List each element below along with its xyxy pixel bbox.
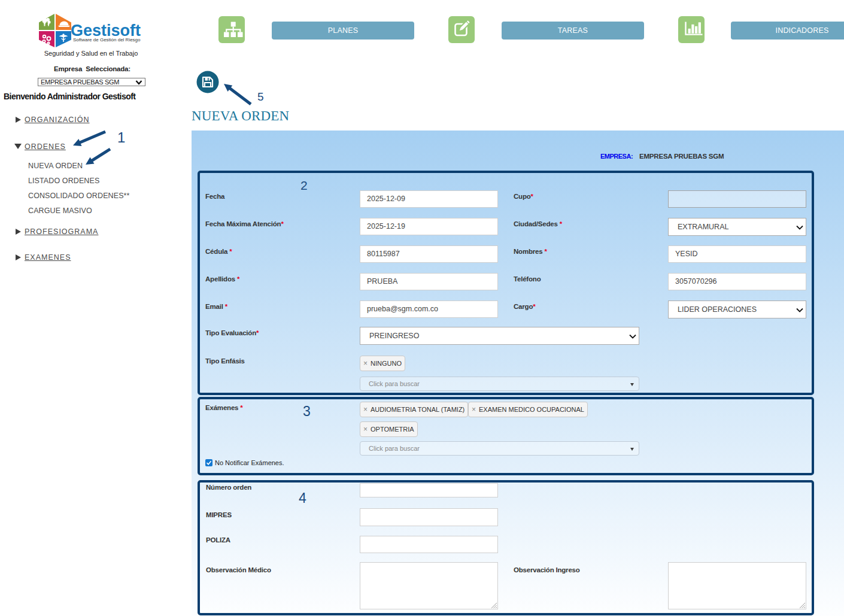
svg-text:Software de Gestión del Riesgo: Software de Gestión del Riesgo: [73, 37, 141, 43]
